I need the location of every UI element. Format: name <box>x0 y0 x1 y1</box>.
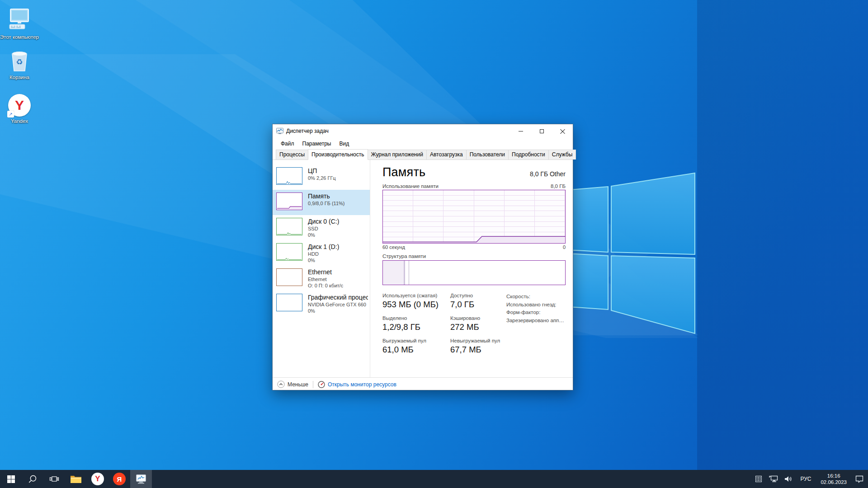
maximize-button[interactable] <box>531 124 552 138</box>
file-explorer-button[interactable] <box>65 470 87 488</box>
sidebar-item-sub: HDD <box>308 251 339 257</box>
axis-right-label: 0 <box>563 244 566 250</box>
menu-view[interactable]: Вид <box>335 139 353 149</box>
cpu-thumbnail <box>276 167 302 185</box>
desktop-icon-yandex[interactable]: Y ↗ Yandex <box>0 90 39 124</box>
stat-value: 1,2/9,8 ГБ <box>382 322 450 332</box>
stat-value: 272 МБ <box>450 322 501 332</box>
task-manager-window: Диспетчер задач Файл Параметры Вид Проце… <box>272 124 573 390</box>
yandex-browser-icon: Y ↗ <box>8 94 31 117</box>
gpu-thumbnail <box>276 294 302 311</box>
composition-in-use-segment <box>383 261 404 285</box>
sidebar-item-cpu[interactable]: ЦП 0% 2,26 ГГц <box>273 164 370 190</box>
memory-composition-bar[interactable] <box>382 260 566 285</box>
volume-tray-icon[interactable] <box>783 473 794 485</box>
memory-capacity: 8,0 ГБ Other <box>530 170 566 178</box>
ethernet-thumbnail <box>276 268 302 286</box>
resource-monitor-label: Открыть монитор ресурсов <box>328 381 396 388</box>
stat-label: Доступно <box>450 293 501 298</box>
action-center-button[interactable] <box>854 473 865 485</box>
stat-label: Выгружаемый пул <box>382 338 450 343</box>
usage-graph-label: Использование памяти <box>382 183 439 189</box>
task-manager-footer: Меньше Открыть монитор ресурсов <box>273 377 573 391</box>
network-tray-icon[interactable] <box>768 473 779 485</box>
stat-available: Доступно 7,0 ГБ <box>450 293 501 315</box>
file-explorer-icon <box>70 474 82 484</box>
open-resource-monitor-link[interactable]: Открыть монитор ресурсов <box>318 381 396 388</box>
sidebar-item-gpu[interactable]: Графический процессор NVIDIA GeForce GTX… <box>273 291 370 316</box>
clock[interactable]: 16:16 02.06.2023 <box>817 473 850 485</box>
desktop-icon-label: Yandex <box>0 118 39 124</box>
cpu-sparkline <box>277 168 302 184</box>
search-icon <box>28 474 38 484</box>
disk0-thumbnail <box>276 218 302 235</box>
stat-label: Выделено <box>382 315 450 321</box>
stat-value: 7,0 ГБ <box>450 300 501 310</box>
minimize-button[interactable] <box>510 124 531 138</box>
start-button[interactable] <box>0 470 22 488</box>
stat-value: 67,7 МБ <box>450 345 501 355</box>
resource-monitor-icon <box>318 381 325 388</box>
menu-bar: Файл Параметры Вид <box>273 138 573 149</box>
wallpaper-shade <box>697 0 868 470</box>
sidebar-item-memory[interactable]: Память 0,9/8,0 ГБ (11%) <box>273 190 370 215</box>
fewer-details-label: Меньше <box>288 381 308 388</box>
sidebar-item-sub: 0% <box>308 257 339 263</box>
maximize-icon <box>540 129 544 133</box>
disk1-sparkline <box>277 244 302 260</box>
tab-users[interactable]: Пользователи <box>466 150 509 160</box>
task-view-button[interactable] <box>43 470 65 488</box>
sidebar-item-sub: 0% <box>308 308 368 314</box>
desktop-wallpaper: Этот компьютер ♻ Корзина Y ↗ Yandex <box>0 0 868 488</box>
yandex-button[interactable]: Я <box>108 470 130 488</box>
task-view-icon <box>49 474 59 483</box>
tab-performance[interactable]: Производительность <box>308 149 368 160</box>
menu-options[interactable]: Параметры <box>298 139 335 149</box>
stat-value: 953 МБ (0 МБ) <box>382 300 450 310</box>
tab-strip: Процессы Производительность Журнал прило… <box>273 149 573 160</box>
tab-app-history[interactable]: Журнал приложений <box>368 150 427 160</box>
stat-value: 61,0 МБ <box>382 345 450 355</box>
sidebar-item-disk1[interactable]: Диск 1 (D:) HDD 0% <box>273 240 370 266</box>
clock-time: 16:16 <box>821 473 847 479</box>
chevron-up-circle-icon <box>277 380 285 388</box>
memory-thumbnail <box>276 192 302 210</box>
sidebar-item-ethernet[interactable]: Ethernet Ethernet О: 0 П: 0 кбит/с <box>273 266 370 291</box>
sidebar-item-title: Память <box>308 192 344 200</box>
this-pc-icon <box>0 6 39 33</box>
desktop-icon-recycle-bin[interactable]: ♻ Корзина <box>0 47 39 80</box>
stat-cached: Кэшировано 272 МБ <box>450 315 501 338</box>
language-indicator[interactable]: РУС <box>797 476 814 482</box>
window-title: Диспетчер задач <box>286 128 329 134</box>
task-manager-taskbar-button[interactable] <box>130 470 152 488</box>
menu-file[interactable]: Файл <box>277 139 298 149</box>
stat-non-paged-pool: Невыгружаемый пул 67,7 МБ <box>450 338 501 361</box>
recycle-bin-icon: ♻ <box>0 47 39 73</box>
hw-speed-label: Скорость: <box>506 293 565 301</box>
tab-services[interactable]: Службы <box>548 150 576 160</box>
memory-sparkline <box>277 193 302 210</box>
title-bar[interactable]: Диспетчер задач <box>273 124 573 138</box>
sidebar-item-title: Ethernet <box>308 268 343 276</box>
sidebar-item-sub: Ethernet <box>308 276 343 282</box>
desktop-icon-label: Корзина <box>0 75 39 80</box>
search-button[interactable] <box>22 470 43 488</box>
desktop-icon-this-pc[interactable]: Этот компьютер <box>0 6 39 40</box>
tab-details[interactable]: Подробности <box>508 150 549 160</box>
tab-startup[interactable]: Автозагрузка <box>426 150 467 160</box>
sidebar-item-disk0[interactable]: Диск 0 (C:) SSD 0% <box>273 215 370 240</box>
footer-separator <box>313 381 313 388</box>
tray-app-grid-icon[interactable] <box>753 473 764 485</box>
sidebar-item-title: Диск 1 (D:) <box>308 243 339 251</box>
fewer-details-button[interactable]: Меньше <box>277 380 308 388</box>
composition-label: Структура памяти <box>382 253 566 259</box>
taskbar: Y Я <box>0 470 868 488</box>
disk0-sparkline <box>277 218 302 235</box>
memory-usage-line <box>383 190 565 243</box>
hardware-info-labels: Скорость: Использовано гнезд: Форм-факто… <box>506 293 565 361</box>
yandex-browser-button[interactable]: Y <box>87 470 108 488</box>
memory-usage-graph[interactable] <box>382 190 566 244</box>
close-button[interactable] <box>552 124 573 138</box>
axis-left-label: 60 секунд <box>382 244 405 250</box>
tab-processes[interactable]: Процессы <box>276 150 308 160</box>
